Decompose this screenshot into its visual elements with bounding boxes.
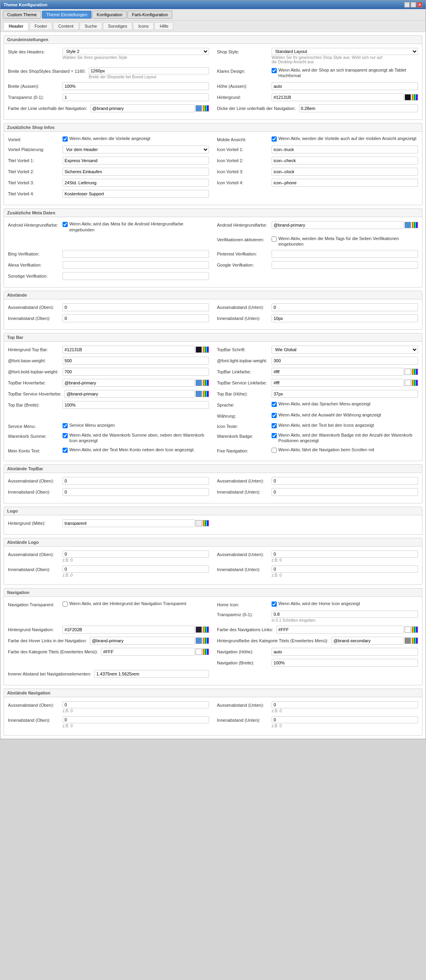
logo-hintergrund-swatch[interactable] xyxy=(196,520,202,526)
tab-content[interactable]: Content xyxy=(53,22,79,30)
nav-hintergrund-input[interactable] xyxy=(63,626,195,634)
farbe-nav-links-input[interactable] xyxy=(276,626,404,634)
abst-topbar-aussen-oben-input[interactable] xyxy=(63,477,209,485)
topbar-hoehe-input[interactable] xyxy=(272,390,418,398)
nav-breite-input[interactable] xyxy=(272,659,418,667)
sonstige-input[interactable] xyxy=(63,272,209,280)
nav-transparent-checkbox[interactable] xyxy=(63,602,68,607)
abst-topbar-aussen-unten-input[interactable] xyxy=(272,477,418,485)
tab-header[interactable]: Header xyxy=(4,22,29,30)
alexa-input[interactable] xyxy=(63,261,209,269)
topbar-hintergrund-swatch[interactable] xyxy=(196,346,202,353)
farbe-hover-swatch[interactable] xyxy=(196,638,202,644)
topbar-service-linkfarbe-rainbow[interactable] xyxy=(412,380,418,386)
close-button[interactable]: ✕ xyxy=(417,2,422,8)
abst-logo-innen-unten-input[interactable] xyxy=(272,566,418,573)
font-bold-input[interactable] xyxy=(63,368,209,376)
tab-sonstiges[interactable]: Sonstiges xyxy=(103,22,132,30)
topbar-hintergrund-rainbow[interactable] xyxy=(203,346,209,353)
verifikationen-checkbox[interactable] xyxy=(272,236,277,242)
topbar-breite-input[interactable] xyxy=(63,401,209,409)
fixe-nav-checkbox[interactable] xyxy=(272,448,277,453)
titel-vorteil2-input[interactable] xyxy=(63,168,209,176)
nav-transparenz-input[interactable] xyxy=(272,611,418,618)
farbe-hover-input[interactable] xyxy=(90,637,195,645)
abst-topbar-innen-oben-input[interactable] xyxy=(63,488,209,496)
waehrung-checkbox[interactable] xyxy=(272,413,277,418)
google-input[interactable] xyxy=(272,261,418,269)
logo-hintergrund-rainbow[interactable] xyxy=(203,520,209,526)
farbe-nav-links-swatch[interactable] xyxy=(405,626,411,633)
android-farbe-rainbow[interactable] xyxy=(412,222,418,228)
topbar-hoverfarbe-input[interactable] xyxy=(63,379,195,387)
warenkorb-badge-checkbox[interactable] xyxy=(272,433,277,438)
topbar-linkfarbe-input[interactable] xyxy=(272,368,404,376)
innerer-abstand-input[interactable] xyxy=(94,670,209,678)
topbar-service-linkfarbe-swatch[interactable] xyxy=(405,380,411,386)
abst-nav-aussen-unten-input[interactable] xyxy=(272,701,418,708)
dicke-linie-input[interactable] xyxy=(299,104,418,112)
icon-vorteil2-input[interactable] xyxy=(272,157,418,165)
top-nav-konfiguration[interactable]: Konfiguration xyxy=(92,11,127,19)
topbar-service-hoverfarbe-rainbow[interactable] xyxy=(203,391,209,397)
abst-topbar-innen-unten-input[interactable] xyxy=(272,488,418,496)
pinterest-input[interactable] xyxy=(272,250,418,258)
hintergrundfarbe-kategorie-rainbow[interactable] xyxy=(412,638,418,644)
farbe-kategorie-swatch[interactable] xyxy=(196,649,202,655)
top-nav-theme-einstellungen[interactable]: Theme Einstellungen xyxy=(42,11,91,19)
topbar-schrift-select[interactable]: Wie Global xyxy=(272,346,418,354)
farbe-linie-rainbow[interactable] xyxy=(203,105,209,112)
abst-nav-aussen-oben-input[interactable] xyxy=(63,701,209,708)
topbar-linkfarbe-rainbow[interactable] xyxy=(412,369,418,375)
font-base-input[interactable] xyxy=(63,357,209,365)
farbe-kategorie-rainbow[interactable] xyxy=(203,649,209,655)
abst-logo-aussen-oben-input[interactable] xyxy=(63,551,209,558)
icon-vorteil3-input[interactable] xyxy=(272,168,418,176)
titel-vorteil3-input[interactable] xyxy=(63,179,209,187)
top-nav-custom-theme[interactable]: Custom Theme xyxy=(3,11,41,19)
transparenz-input[interactable] xyxy=(63,93,209,101)
abst-logo-aussen-unten-input[interactable] xyxy=(272,551,418,558)
titel-vorteil1-input[interactable] xyxy=(63,157,209,165)
nav-hintergrund-rainbow[interactable] xyxy=(203,626,209,633)
mobile-ansicht-checkbox[interactable] xyxy=(272,136,277,142)
farbe-kategorie-input[interactable] xyxy=(101,648,195,656)
hoehe-aussen-input[interactable] xyxy=(272,82,418,90)
tab-hilfe[interactable]: Hilfe xyxy=(154,22,173,30)
topbar-service-hoverfarbe-input[interactable] xyxy=(65,390,195,398)
hintergrundfarbe-kategorie-input[interactable] xyxy=(331,637,404,645)
titel-vorteil4-input[interactable] xyxy=(63,190,209,198)
farbe-linie-input[interactable] xyxy=(90,104,195,112)
nav-hintergrund-swatch[interactable] xyxy=(196,626,202,633)
abst-nav-innen-unten-input[interactable] xyxy=(272,716,418,723)
abst-nav-innen-oben-input[interactable] xyxy=(63,716,209,723)
abst-innen-oben-input[interactable] xyxy=(63,314,209,322)
android-hintergrund-checkbox[interactable] xyxy=(63,222,68,227)
android-farbe-swatch[interactable] xyxy=(405,222,411,228)
tab-footer[interactable]: Footer xyxy=(29,22,52,30)
mein-konto-checkbox[interactable] xyxy=(63,448,68,453)
topbar-hoverfarbe-swatch[interactable] xyxy=(196,380,202,386)
topbar-hintergrund-input[interactable] xyxy=(63,346,195,354)
hintergrundfarbe-kategorie-swatch[interactable] xyxy=(405,638,411,644)
nav-hoehe-input[interactable] xyxy=(272,648,418,656)
warenkorb-summe-checkbox[interactable] xyxy=(63,433,68,438)
farbe-linie-swatch[interactable] xyxy=(196,105,202,112)
maximize-button[interactable]: □ xyxy=(411,2,416,8)
logo-hintergrund-input[interactable] xyxy=(63,519,195,527)
topbar-service-linkfarbe-input[interactable] xyxy=(272,379,404,387)
icon-vorteil4-input[interactable] xyxy=(272,179,418,187)
shop-style-select[interactable]: Standard Layout xyxy=(272,48,418,55)
top-nav-farb-konfiguration[interactable]: Farb-Konfiguration xyxy=(127,11,172,19)
topbar-hoverfarbe-rainbow[interactable] xyxy=(203,380,209,386)
vorteil-platzierung-select[interactable]: Vor dem Header xyxy=(63,146,209,153)
android-farbe-input[interactable] xyxy=(272,221,404,229)
topbar-service-hoverfarbe-swatch[interactable] xyxy=(196,391,202,397)
font-light-input[interactable] xyxy=(272,357,418,365)
abst-innen-unten-input[interactable] xyxy=(272,314,418,322)
vorteil-checkbox[interactable] xyxy=(63,136,68,142)
hintergrund-input[interactable] xyxy=(272,93,404,101)
hintergrund-color-swatch[interactable] xyxy=(405,94,411,100)
breite-shopstyle-input[interactable] xyxy=(89,67,209,74)
home-icon-checkbox[interactable] xyxy=(272,602,277,607)
